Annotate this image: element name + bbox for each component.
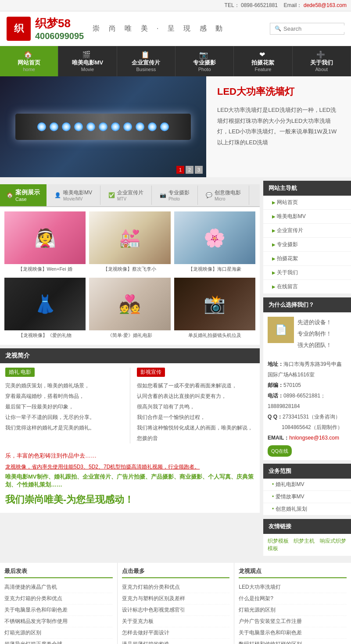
case-label-1: 【龙视映像】Wen+Fei 婚 (4, 264, 86, 274)
views-item-2[interactable]: 什么是拉网架? (239, 593, 347, 605)
views-item-4[interactable]: 户外广告安装竖立工作注册 (239, 616, 347, 627)
business-list: 婚礼电影MV 爱情故事MV 创意婚礼策划 (263, 479, 351, 515)
cases-tab-photo[interactable]: 📷 专业摄影 Photo (152, 186, 198, 205)
nav-photo-label: 专业摄影 (178, 59, 231, 67)
intro-divider (130, 368, 130, 444)
views-item-6[interactable]: 数码打样和传统打样的区别 (239, 639, 347, 644)
logo-slogan: 崇 尚 唯 美 · 呈 現 感 動 (93, 24, 226, 33)
banner-title: LED大功率洗墙灯 (217, 85, 340, 98)
col-latest: 最后发表 高清便捷的液晶广告机 亚克力灯箱的分类和优点 关于电脑显示色和印刷色差… (0, 563, 117, 644)
logo-text-block: 织梦58 4006099095 (35, 16, 84, 41)
col1-list: 高清便捷的液晶广告机 亚克力灯箱的分类和优点 关于电脑显示色和印刷色差 不锈钢精… (4, 582, 113, 644)
tab-business-text: 企业宣传片 MTV (117, 189, 143, 201)
sidebar-item-feature[interactable]: 拍摄花絮 (263, 252, 351, 266)
popular-item-1[interactable]: 亚克力灯箱的分类和优点 (122, 582, 230, 593)
nav-feature[interactable]: ❤ 拍摄花絮 Feature (234, 46, 292, 76)
led-light-6 (99, 122, 107, 131)
nav-photo[interactable]: 📷 专业摄影 Photo (176, 46, 234, 76)
cases-home-tab: 🏠 案例展示 Case (0, 184, 47, 206)
search-box[interactable]: 🔍 (270, 23, 344, 35)
views-item-3[interactable]: 灯箱光源的区别 (239, 605, 347, 616)
sidebar-item-home[interactable]: 网站首页 (263, 196, 351, 210)
views-item-1[interactable]: LED大功率洗墙灯 (239, 582, 347, 593)
sidebar-item-photo[interactable]: 专业摄影 (263, 238, 351, 252)
col2-title: 点击最多 (122, 567, 230, 578)
case-label-5: 《简单·爱》婚礼电影 (89, 330, 170, 340)
case-item-2[interactable]: 💒 【龙视映像】蔡次飞李小 (89, 211, 170, 274)
logo-phone: 4006099095 (35, 31, 84, 41)
nav-home-label: 网站首页 (2, 59, 56, 67)
cases-tab-micro[interactable]: 💬 创意微电影 Micro (198, 186, 249, 205)
badge-promo: 影视宣传 (137, 368, 165, 377)
why-us-content: 📄 先进的设备！ 专业的制作！ 强大的团队！ (263, 312, 351, 355)
business-item-1[interactable]: 婚礼电影MV (263, 479, 351, 491)
email-link[interactable]: dede58@163.com (304, 2, 347, 8)
popular-item-5[interactable]: 怎样去做好平面设计 (122, 627, 230, 639)
friend-link-2[interactable]: 织梦主机 (294, 538, 315, 544)
latest-item-1[interactable]: 高清便捷的液晶广告机 (4, 582, 113, 593)
col3-list: LED大功率洗墙灯 什么是拉网架? 灯箱光源的区别 户外广告安装竖立工作注册 关… (239, 582, 347, 644)
nav-home-sub: home (2, 67, 56, 72)
case-item-1[interactable]: 👰 【龙视映像】Wen+Fei 婚 (4, 211, 86, 274)
main-layout: 🏠 案例展示 Case 👤 唯美电影MV Movie/MV (0, 181, 351, 559)
led-light-8 (123, 122, 132, 131)
nav-movie[interactable]: 🎬 唯美电影MV Movie (58, 46, 117, 76)
nav-business[interactable]: 📋 企业宣传片 Business (117, 46, 176, 76)
case-thumb-5: 💑 (89, 278, 170, 330)
page-dot-1[interactable]: 1 (176, 166, 184, 174)
nav-home[interactable]: 🏠 网站首页 home (0, 46, 58, 76)
views-item-5[interactable]: 关于电脑显示色和印刷色差 (239, 627, 347, 639)
postal-line: 邮编：570105 (268, 380, 347, 390)
widget-why-title: 为什么选择我们？ (263, 297, 351, 312)
business-item-3[interactable]: 创意婚礼策划 (263, 503, 351, 515)
search-input[interactable] (283, 25, 345, 32)
popular-item-3[interactable]: 设计标志中色彩视觉感官引 (122, 605, 230, 616)
case-thumb-4: 👗 (4, 278, 86, 330)
tel-number: 0898-66521881 (241, 2, 278, 8)
sidebar-item-guestbook[interactable]: 在线留言 (263, 280, 351, 294)
case-label-6: 单反婚礼拍摄镜头机位及 (174, 330, 255, 340)
case-item-4[interactable]: 👗 【龙视映像】《爱的礼物 (4, 278, 86, 340)
business-item-2[interactable]: 爱情故事MV (263, 491, 351, 503)
latest-item-4[interactable]: 不锈钢精品发光字制作使用 (4, 616, 113, 627)
sidebar-item-business[interactable]: 企业宣传片 (263, 224, 351, 238)
nav-business-label: 企业宣传片 (119, 59, 173, 67)
case-item-6[interactable]: 📸 单反婚礼拍摄镜头机位及 (174, 278, 255, 340)
tab-photo-icon: 📷 (160, 192, 166, 198)
page-dot-2[interactable]: 2 (186, 166, 193, 174)
popular-item-2[interactable]: 亚克力与塑料的区别及差样 (122, 593, 230, 605)
qq-online-btn[interactable]: QQ在线 (268, 445, 292, 457)
why-us-image: 📄 (268, 317, 294, 343)
cases-sub-title: Case (15, 197, 40, 202)
highlight-link[interactable]: 龙视映像，省内率先使用佳能5D3、5D2、7D机型拍摄高清婚礼视频，行业领跑者。 (5, 464, 200, 470)
col-views: 龙视观点 LED大功率洗墙灯 什么是拉网架? 灯箱光源的区别 户外广告安装竖立工… (234, 563, 351, 644)
popular-item-6[interactable]: 液晶超薄灯箱的构造 (122, 639, 230, 644)
sidebar-item-movie[interactable]: 唯美电影MV (263, 210, 351, 224)
popular-item-4[interactable]: 关于亚克力板 (122, 616, 230, 627)
widget-business-title: 业务范围 (263, 464, 351, 479)
cases-section: 🏠 案例展示 Case 👤 唯美电影MV Movie/MV (0, 184, 260, 345)
case-thumb-3: 🌸 (174, 211, 255, 264)
nav-feature-sub: Feature (236, 67, 290, 72)
latest-item-5[interactable]: 灯箱光源的区别 (4, 627, 113, 639)
cases-tab-business[interactable]: ✅ 企业宣传片 MTV (100, 186, 152, 205)
friend-link-1[interactable]: 织梦模板 (268, 538, 289, 544)
intro-left: 婚礼 电影 完美的婚庆策划，唯美的婚礼场景， 穿着最高端婚纱，搭着时尚饰品， 最… (5, 368, 123, 444)
page-dot-3[interactable]: 3 (195, 166, 203, 174)
case-item-3[interactable]: 🌸 【龙视映像】海口星海豪 (174, 211, 255, 274)
latest-item-6[interactable]: 超薄导光灯箱正席卷全球 (4, 639, 113, 644)
intro-wedding-text: 完美的婚庆策划，唯美的婚礼场景， 穿着最高端婚纱，搭着时尚饰品， 最后留下一段最… (5, 380, 123, 433)
intro-right: 影视宣传 假如您看腻了一成不变的看画面来解说道， 认同含蓄的表达比直接的叫卖更有… (137, 368, 255, 444)
search-icon: 🔍 (275, 25, 281, 32)
led-light-7 (111, 122, 120, 131)
cases-tab-movie[interactable]: 👤 唯美电影MV Movie/MV (47, 186, 100, 205)
latest-item-2[interactable]: 亚克力灯箱的分类和优点 (4, 593, 113, 605)
search-area: 🔍 (270, 23, 344, 35)
latest-item-3[interactable]: 关于电脑显示色和印刷色差 (4, 605, 113, 616)
sidebar-item-about[interactable]: 关于我们 (263, 266, 351, 280)
led-bar (15, 114, 191, 140)
led-light-3 (62, 122, 71, 131)
case-label-4: 【龙视映像】《爱的礼物 (4, 330, 86, 340)
case-item-5[interactable]: 💑 《简单·爱》婚礼电影 (89, 278, 170, 340)
nav-about[interactable]: ➕ 关于我们 About (293, 46, 351, 76)
